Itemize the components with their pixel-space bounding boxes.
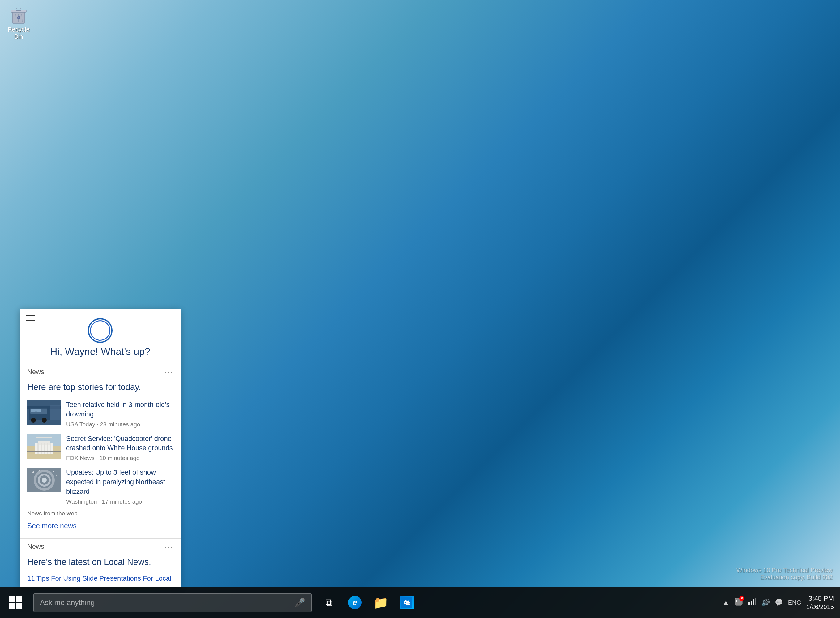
task-view-icon: ⧉ (325, 597, 332, 608)
internet-explorer-button[interactable]: e (343, 587, 367, 618)
news-label-2: News (27, 542, 44, 551)
tray-expand-icon[interactable]: ▲ (723, 599, 729, 606)
svg-rect-41 (753, 599, 754, 605)
recycle-bin-label: Recycle Bin (6, 26, 31, 40)
news-header-2: News ··· (20, 539, 181, 555)
security-icon[interactable]: 🛡 ✕ (734, 597, 743, 608)
news-from-web: News from the web (20, 508, 181, 519)
start-button[interactable] (0, 587, 31, 618)
svg-rect-20 (37, 437, 52, 438)
svg-rect-15 (37, 409, 41, 412)
news-content-2: Secret Service: 'Quadcopter' drone crash… (66, 434, 173, 462)
svg-point-34 (56, 475, 57, 476)
news-label-1: News (27, 368, 44, 376)
cortana-header: Hi, Wayne! What's up? (20, 309, 181, 364)
svg-rect-40 (751, 601, 752, 605)
store-icon: 🛍 (400, 596, 414, 609)
start-icon (9, 596, 22, 609)
local-news-section: News ··· Here's the latest on Local News… (20, 539, 181, 587)
news-section-top: News ··· Here are top stories for today. (20, 364, 181, 538)
taskbar-apps: ⧉ e 📁 🛍 (316, 587, 419, 618)
svg-rect-14 (31, 409, 36, 412)
news-meta-1: USA Today · 23 minutes ago (66, 421, 173, 428)
ie-icon: e (348, 596, 362, 609)
svg-rect-26 (27, 451, 61, 452)
microphone-icon[interactable]: 🎤 (294, 597, 305, 608)
svg-rect-42 (755, 598, 756, 605)
see-more-news-link[interactable]: See more news (20, 519, 84, 533)
recycle-bin-icon: ♻ (9, 6, 28, 25)
language-indicator[interactable]: ENG (788, 599, 801, 606)
news-thumb-2 (27, 434, 61, 459)
news-content-3: Updates: Up to 3 feet of snow expected i… (66, 468, 173, 505)
action-center-icon[interactable]: 💬 (775, 599, 783, 606)
desktop: ♻ Recycle Bin Hi, Wayne! What's up? News… (0, 0, 840, 618)
watermark-line1: Windows 10 Pro Technical Preview (736, 567, 833, 574)
hamburger-menu[interactable] (26, 315, 35, 321)
news-title-2: Secret Service: 'Quadcopter' drone crash… (66, 434, 173, 453)
search-input[interactable] (40, 598, 291, 607)
svg-point-31 (33, 471, 34, 473)
svg-rect-39 (748, 602, 750, 605)
svg-text:🛡: 🛡 (736, 599, 741, 605)
system-tray: ▲ 🛡 ✕ 🔊 💬 (723, 594, 840, 611)
news-thumb-1 (27, 400, 61, 425)
file-explorer-button[interactable]: 📁 (368, 587, 393, 618)
recycle-bin[interactable]: ♻ Recycle Bin (6, 6, 31, 40)
folder-icon: 📁 (373, 596, 389, 610)
svg-point-32 (39, 469, 40, 471)
news-meta-2: FOX News · 10 minutes ago (66, 455, 173, 462)
svg-rect-13 (50, 405, 60, 420)
task-view-button[interactable]: ⧉ (316, 587, 341, 618)
taskbar-search-bar[interactable]: 🎤 (33, 593, 312, 612)
cortana-panel: Hi, Wayne! What's up? News ··· Here are … (20, 309, 181, 587)
news-header-1: News ··· (20, 364, 181, 380)
top-stories-heading: Here are top stories for today. (20, 380, 181, 397)
tray-time: 3:45 PM (806, 594, 834, 603)
news-content-1: Teen relative held in 3-month-old's drow… (66, 400, 173, 428)
tray-date: 1/26/2015 (806, 603, 834, 611)
news-title-3: Updates: Up to 3 feet of snow expected i… (66, 468, 173, 496)
store-button[interactable]: 🛍 (395, 587, 419, 618)
volume-icon[interactable]: 🔊 (761, 599, 770, 606)
news-item-1[interactable]: Teen relative held in 3-month-old's drow… (20, 397, 181, 431)
news-more-button-2[interactable]: ··· (165, 542, 173, 551)
cortana-greeting: Hi, Wayne! What's up? (50, 346, 150, 357)
svg-point-30 (42, 478, 47, 483)
news-title-1: Teen relative held in 3-month-old's drow… (66, 400, 173, 419)
windows-watermark: Windows 10 Pro Technical Preview Evaluat… (736, 567, 833, 581)
news-item-2[interactable]: Secret Service: 'Quadcopter' drone crash… (20, 431, 181, 465)
svg-point-10 (31, 417, 36, 423)
news-more-button-1[interactable]: ··· (165, 367, 173, 377)
news-thumb-3 (27, 468, 61, 492)
news-item-3[interactable]: Updates: Up to 3 feet of snow expected i… (20, 465, 181, 508)
watermark-line2: Evaluation copy. Build 992 (736, 574, 833, 581)
svg-text:🛍: 🛍 (404, 599, 410, 606)
network-icon[interactable] (748, 597, 757, 608)
local-news-item[interactable]: 11 Tips For Using Slide Presentations Fo… (20, 572, 181, 585)
svg-text:♻: ♻ (17, 15, 21, 20)
svg-point-11 (42, 417, 47, 423)
taskbar: 🎤 ⧉ e 📁 🛍 (0, 587, 840, 618)
news-meta-3: Washington · 17 minutes ago (66, 498, 173, 505)
tray-clock[interactable]: 3:45 PM 1/26/2015 (806, 594, 834, 611)
cortana-icon (88, 318, 113, 343)
local-news-heading: Here's the latest on Local News. (20, 555, 181, 572)
svg-point-33 (53, 471, 54, 472)
